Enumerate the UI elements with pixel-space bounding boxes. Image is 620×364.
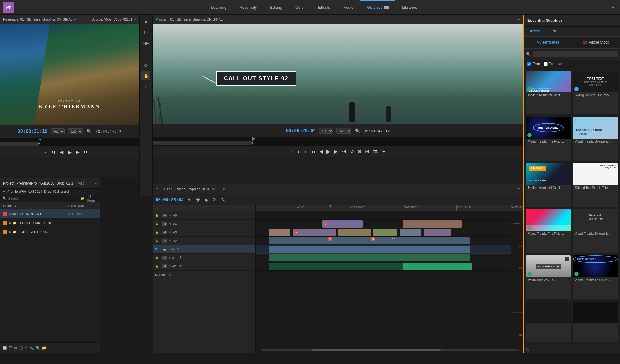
tl-lock-a2[interactable]: 🔒	[155, 265, 161, 268]
program-loop-icon[interactable]: ↺	[350, 149, 354, 154]
eg-card-11[interactable]	[526, 302, 571, 342]
clip-v3-f[interactable]	[424, 229, 451, 236]
menu-item-graphics[interactable]: Graphics	[360, 0, 395, 15]
program-zoom-icon[interactable]: 🔍	[355, 128, 361, 134]
timeline-menu-icon[interactable]: ≡	[223, 187, 225, 191]
tl-sync-v3[interactable]: M	[162, 231, 167, 234]
eg-source-adobestock[interactable]: St Adobe Stock	[572, 37, 620, 48]
eg-tab-edit[interactable]: Edit	[546, 27, 562, 36]
search-project-icon[interactable]: 🔍	[36, 346, 40, 350]
program-mark-in[interactable]: ⬧	[291, 149, 294, 154]
tl-marker-icon[interactable]: ◆	[204, 197, 209, 203]
sort-asc-icon[interactable]: ▲	[14, 205, 17, 208]
tl-eye-v3[interactable]: 👁	[169, 231, 172, 234]
tl-settings-icon[interactable]: ⚙	[212, 197, 217, 203]
tl-mic-a2[interactable]: 🎤	[178, 265, 182, 268]
tl-icon-1[interactable]: ≡	[518, 187, 520, 191]
source-go-out-icon[interactable]: ⏭	[84, 149, 89, 155]
clip-v3-e[interactable]	[400, 229, 421, 236]
eg-card-10[interactable]: THE FLUID SELF ✓ Visual Trends: The Flui…	[573, 255, 618, 299]
tl-snap-icon[interactable]: ✦	[187, 197, 192, 203]
source-step-fwd-icon[interactable]: ▶	[76, 149, 80, 155]
expand-icon-2[interactable]: ▶	[9, 221, 12, 225]
source-expand-icon[interactable]: »	[134, 18, 136, 21]
tl-lock-v1[interactable]: 🔒	[163, 248, 169, 251]
project-item-1[interactable]: ≡ 00 TSB Trailer FINAL 23.976 fps	[0, 209, 100, 218]
rolling-tool[interactable]: ↔	[141, 50, 150, 59]
tl-solo-a2[interactable]: S	[169, 265, 171, 268]
menu-item-effects[interactable]: Effects	[312, 0, 337, 15]
program-menu-icon[interactable]: ≡	[518, 18, 520, 21]
timeline-scrollbar-thumb[interactable]	[312, 349, 441, 351]
track-select-tool[interactable]: ⬡	[141, 28, 150, 37]
source-progress-bar[interactable]	[0, 142, 139, 146]
program-go-out[interactable]: ⏭	[341, 149, 346, 154]
free-space-icon[interactable]: ◯	[19, 346, 23, 350]
selection-tool[interactable]: ▲	[141, 17, 150, 26]
graphics-menu-icon[interactable]	[384, 6, 389, 9]
tl-lock-a1[interactable]: 🔒	[155, 256, 161, 259]
tl-lock-v3[interactable]: 🔒	[155, 231, 161, 234]
program-insert-icon[interactable]: ⊕	[358, 149, 361, 154]
eg-search-input[interactable]	[533, 51, 618, 57]
menu-more-icon[interactable]: »	[608, 5, 617, 10]
collapse-icon[interactable]: ▼	[2, 190, 5, 193]
source-add-clip-icon[interactable]: +	[93, 149, 96, 155]
project-expand-icon[interactable]: »	[95, 182, 97, 185]
source-zoom-icon[interactable]: 🔍	[86, 128, 92, 134]
program-step-fwd[interactable]: ▶	[334, 149, 338, 154]
clip-a2-highlight[interactable]	[403, 263, 472, 270]
source-ellipsis-icon[interactable]: ≡	[74, 18, 76, 21]
tl-sync-v4[interactable]: M	[162, 222, 167, 226]
program-go-in[interactable]: ⬦	[304, 149, 307, 154]
eg-free-checkbox[interactable]	[527, 62, 531, 66]
clip-v4-fx[interactable]: fx	[322, 220, 363, 228]
program-step-back2[interactable]: ◀	[319, 149, 323, 154]
program-step-back[interactable]: ⏮	[311, 149, 315, 154]
menu-item-color[interactable]: Color	[289, 0, 312, 15]
razor-tool[interactable]: ◇	[141, 61, 150, 70]
eg-menu-icon[interactable]: ≡	[614, 18, 616, 23]
timeline-scrollbar[interactable]	[261, 349, 518, 351]
clip-v2-a[interactable]	[269, 237, 470, 244]
zoom-in-icon[interactable]: +	[519, 349, 521, 352]
tl-solo-a1[interactable]: S	[169, 256, 171, 259]
program-fit-select[interactable]: Fit	[319, 128, 333, 134]
source-add-marker-icon[interactable]: ⬦	[43, 149, 46, 155]
menu-item-libraries[interactable]: Libraries	[395, 0, 424, 15]
eg-scroll-left[interactable]: ◯	[526, 347, 529, 351]
program-scrubber[interactable]	[252, 142, 253, 144]
eg-card-7[interactable]: ✓ Visual Trends: The Fluid ...	[526, 209, 571, 253]
clip-v1-main[interactable]	[269, 246, 470, 253]
tl-sync-v2[interactable]: M	[162, 239, 167, 243]
clip-v3-a[interactable]	[269, 229, 290, 236]
tl-lock-v2[interactable]: 🔒	[155, 239, 161, 242]
tl-eye-v1[interactable]: 👁	[177, 248, 180, 251]
eg-card-12[interactable]	[573, 302, 618, 342]
program-overwrite-icon[interactable]: ⊞	[365, 149, 369, 154]
tl-sync-v5[interactable]: M	[162, 214, 167, 217]
clip-v4-fx2[interactable]	[403, 220, 461, 228]
menu-item-assembly[interactable]: Assembly	[233, 0, 263, 15]
timeline-collapse-icon[interactable]: ▼	[156, 187, 159, 191]
icon-view-icon[interactable]: ⊞	[14, 346, 17, 350]
eg-source-mytemplates[interactable]: My Templates	[524, 37, 572, 48]
program-ratio-select[interactable]: 1/2	[336, 128, 351, 134]
clip-v3-b[interactable]: fx	[293, 229, 336, 236]
tl-sync-v1[interactable]: M	[170, 248, 175, 251]
clip-v3-c[interactable]	[338, 229, 371, 236]
list-view-icon[interactable]: ☰	[9, 346, 12, 350]
eg-premium-checkbox[interactable]	[544, 62, 548, 66]
source-ratio-select[interactable]: 1/2	[68, 128, 83, 134]
menu-item-audio[interactable]: Audio	[337, 0, 360, 15]
project-item-3[interactable]: ▶ 📁 02 AUTO-DUCKING	[0, 228, 100, 237]
menu-item-learning[interactable]: Learning	[204, 0, 233, 15]
expand-icon-3[interactable]: ▶	[9, 230, 12, 234]
eg-card-9[interactable]: CALL OUT STYLE ✓ i ⬇ White and Gray Lo..…	[526, 255, 571, 299]
project-item-2[interactable]: ▶ 📁 01 COLOR MATCHING	[0, 218, 100, 228]
source-fit-select[interactable]: Fit	[51, 128, 65, 134]
tl-lock-v5[interactable]: 🔒	[155, 214, 161, 217]
eg-card-3[interactable]: THE FLUID SELF ✓ Visual Trends: The Flui…	[526, 117, 571, 161]
clip-v3-d[interactable]	[373, 229, 397, 236]
wrench-icon[interactable]: 🔧	[29, 346, 34, 350]
